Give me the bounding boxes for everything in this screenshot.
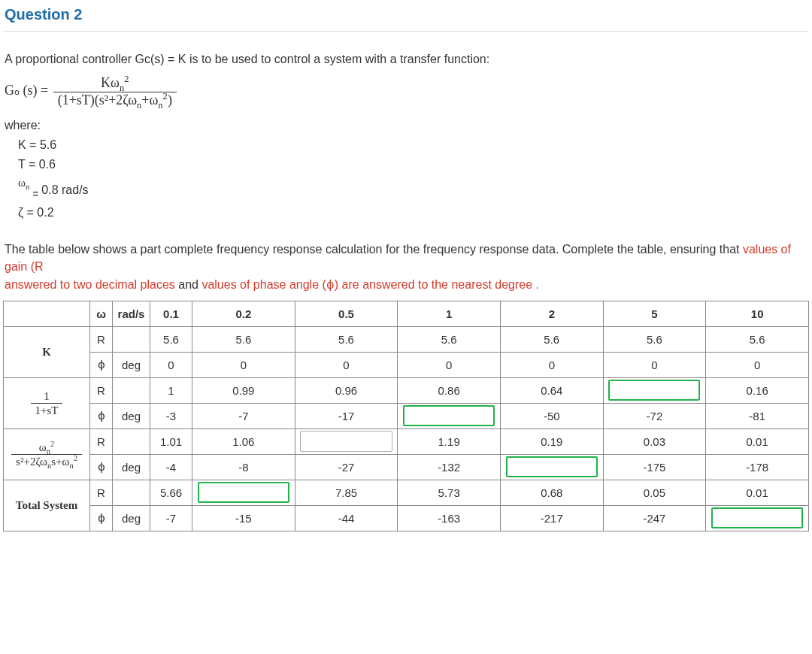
question-title: Question 2	[5, 6, 809, 23]
row-K: K	[4, 326, 90, 377]
transfer-function: Gₒ (s) = Kωn2 (1+sT)(s²+2ζωn+ωn2)	[5, 75, 809, 108]
param-zeta: ζ = 0.2	[18, 206, 809, 220]
answer-input[interactable]	[506, 456, 598, 477]
answer-input[interactable]	[403, 405, 495, 426]
divider	[3, 31, 809, 32]
instruction-text: The table below shows a part complete fr…	[5, 241, 809, 293]
tf-lhs: Gₒ (s) =	[5, 83, 48, 98]
answer-input[interactable]	[608, 380, 700, 401]
param-wn: ωn = 0.8 rad/s	[18, 177, 809, 200]
where-label: where:	[5, 119, 809, 132]
param-K: K = 5.6	[18, 138, 809, 152]
param-T: T = 0.6	[18, 158, 809, 171]
tf-num: Kω	[101, 75, 120, 90]
row-second-order: ωn2s²+2ζωns+ωn2	[4, 428, 90, 480]
row-total: Total System	[4, 480, 90, 531]
intro-text: A proportional controller Gc(s) = K is t…	[5, 53, 809, 66]
answer-input[interactable]	[300, 431, 392, 452]
row-lag: 11+sT	[4, 377, 90, 428]
blank-head	[4, 301, 90, 326]
answer-input[interactable]	[198, 482, 289, 503]
frequency-table: ωrad/s0.10.20.512510KR5.65.65.65.65.65.6…	[3, 301, 809, 531]
param-list: K = 5.6 T = 0.6 ωn = 0.8 rad/s ζ = 0.2	[18, 138, 809, 220]
tf-den-a: (1+sT)(s²+2ζω	[58, 92, 137, 107]
answer-input[interactable]	[711, 507, 803, 528]
